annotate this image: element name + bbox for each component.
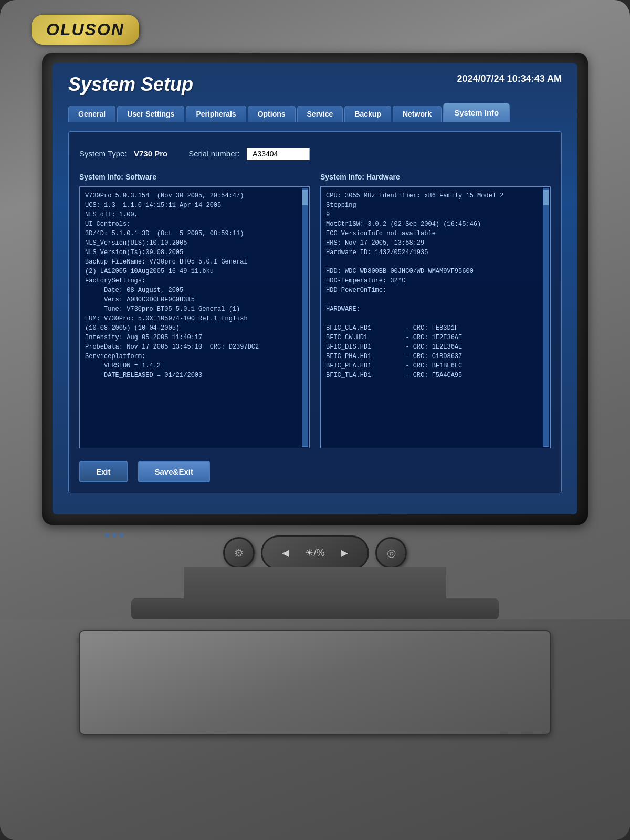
button-row: Exit Save&Exit bbox=[79, 456, 551, 482]
tab-user-settings[interactable]: User Settings bbox=[117, 106, 184, 122]
controls-panel: ⚙ ◀ ☀/% ▶ ◎ bbox=[223, 536, 407, 570]
settings-button[interactable]: ⚙ bbox=[223, 537, 255, 569]
software-column: System Info: Software V730Pro 5.0.3.154 … bbox=[79, 173, 310, 448]
nav-left[interactable]: ◀ bbox=[273, 540, 298, 565]
save-exit-button[interactable]: Save&Exit bbox=[138, 461, 210, 482]
hardware-column: System Info: Hardware CPU: 3055 MHz Iden… bbox=[320, 173, 551, 448]
serial-group: Serial number: A33404 bbox=[188, 148, 310, 160]
speaker-button[interactable]: ◎ bbox=[375, 537, 407, 569]
logo-badge: OLUSON bbox=[32, 15, 139, 45]
nav-control: ◀ ☀/% ▶ bbox=[261, 536, 369, 570]
dot-2 bbox=[112, 533, 117, 537]
base-platform bbox=[131, 598, 499, 620]
software-scrollbox[interactable]: V730Pro 5.0.3.154 (Nov 30 2005, 20:54:47… bbox=[79, 186, 310, 448]
screen: System Setup 2024/07/24 10:34:43 AM Gene… bbox=[52, 63, 578, 514]
page-title: System Setup bbox=[68, 74, 193, 96]
nav-brightness[interactable]: ☀/% bbox=[302, 540, 328, 565]
dot-indicators bbox=[105, 533, 124, 537]
info-columns: System Info: Software V730Pro 5.0.3.154 … bbox=[79, 173, 551, 448]
tabs-row: General User Settings Peripherals Option… bbox=[68, 103, 562, 122]
main-content: System Type: V730 Pro Serial number: A33… bbox=[68, 131, 562, 494]
system-type-group: System Type: V730 Pro bbox=[79, 149, 167, 159]
system-type-value: V730 Pro bbox=[134, 149, 167, 158]
dot-1 bbox=[105, 533, 109, 537]
system-type-label: System Type: bbox=[79, 149, 127, 158]
console-area bbox=[0, 620, 630, 840]
screen-content: System Setup 2024/07/24 10:34:43 AM Gene… bbox=[52, 63, 578, 514]
serial-label: Serial number: bbox=[188, 149, 240, 158]
tab-network[interactable]: Network bbox=[393, 106, 442, 122]
serial-value: A33404 bbox=[247, 148, 310, 160]
system-info-row: System Type: V730 Pro Serial number: A33… bbox=[79, 142, 551, 165]
software-text: V730Pro 5.0.3.154 (Nov 30 2005, 20:54:47… bbox=[85, 191, 304, 380]
tab-backup[interactable]: Backup bbox=[344, 106, 391, 122]
hardware-scrollbar-thumb bbox=[543, 190, 549, 205]
keyboard-tray bbox=[79, 630, 551, 735]
hardware-header: System Info: Hardware bbox=[320, 173, 551, 181]
monitor-frame: System Setup 2024/07/24 10:34:43 AM Gene… bbox=[42, 52, 588, 525]
hardware-scrollbar[interactable] bbox=[543, 188, 549, 447]
dot-3 bbox=[120, 533, 124, 537]
tab-options[interactable]: Options bbox=[248, 106, 296, 122]
tab-service[interactable]: Service bbox=[297, 106, 343, 122]
hardware-scrollbox[interactable]: CPU: 3055 MHz Identifier: x86 Family 15 … bbox=[320, 186, 551, 448]
logo-text: OLUSON bbox=[46, 20, 124, 39]
machine-body: OLUSON System Setup 2024/07/24 10:34:43 … bbox=[0, 0, 630, 840]
software-scrollbar-thumb bbox=[302, 190, 308, 205]
tab-peripherals[interactable]: Peripherals bbox=[186, 106, 246, 122]
exit-button[interactable]: Exit bbox=[79, 461, 128, 482]
tab-general[interactable]: General bbox=[68, 106, 116, 122]
nav-right[interactable]: ▶ bbox=[332, 540, 357, 565]
tab-system-info[interactable]: System Info bbox=[443, 103, 510, 122]
hardware-text: CPU: 3055 MHz Identifier: x86 Family 15 … bbox=[326, 191, 545, 380]
datetime-display: 2024/07/24 10:34:43 AM bbox=[457, 74, 562, 85]
software-scrollbar[interactable] bbox=[302, 188, 308, 447]
software-header: System Info: Software bbox=[79, 173, 310, 181]
header-row: System Setup 2024/07/24 10:34:43 AM bbox=[68, 74, 562, 96]
